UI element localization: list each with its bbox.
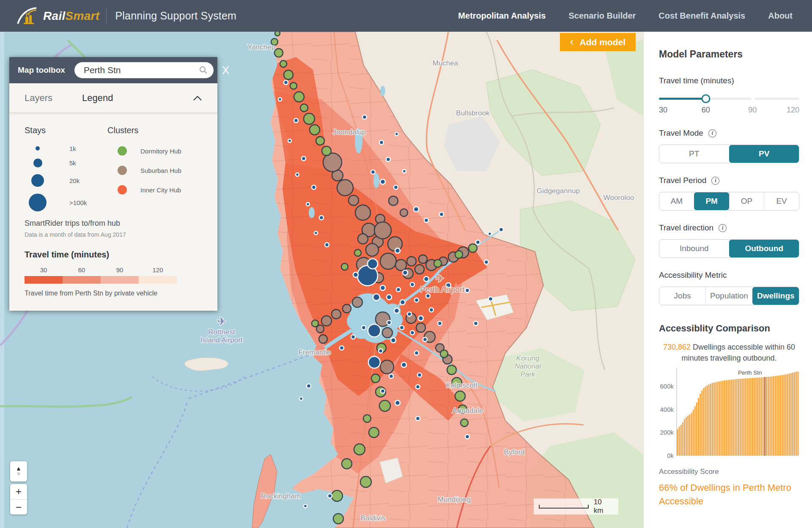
- stay-marker[interactable]: [294, 118, 298, 123]
- stay-marker[interactable]: [418, 316, 423, 321]
- stay-marker[interactable]: [407, 312, 411, 316]
- toggle-option-ev[interactable]: EV: [764, 192, 799, 210]
- stay-marker[interactable]: [484, 260, 488, 264]
- map-canvas[interactable]: YanchepMucheaBullsbrookGidgegannupWoorol…: [0, 32, 643, 528]
- dormitory-hub-marker[interactable]: [310, 125, 320, 135]
- stay-marker[interactable]: [379, 349, 383, 353]
- stay-marker[interactable]: [368, 259, 378, 269]
- stay-marker[interactable]: [379, 140, 384, 145]
- stay-marker[interactable]: [414, 298, 419, 302]
- stay-marker[interactable]: [296, 173, 299, 176]
- suburban-hub-marker[interactable]: [380, 360, 394, 374]
- dormitory-hub-marker[interactable]: [461, 419, 468, 427]
- stay-marker[interactable]: [314, 231, 318, 235]
- toggle-option-dwellings[interactable]: Dwellings: [752, 287, 799, 305]
- slider-thumb[interactable]: [701, 94, 710, 103]
- stay-marker[interactable]: [465, 288, 469, 293]
- stay-marker[interactable]: [395, 132, 398, 136]
- dormitory-hub-marker[interactable]: [363, 415, 371, 422]
- stay-marker[interactable]: [325, 243, 329, 247]
- stay-marker[interactable]: [417, 373, 422, 377]
- nav-item-about[interactable]: About: [768, 11, 793, 21]
- extent-control[interactable]: ▲ ▼: [10, 461, 27, 481]
- suburban-hub-marker[interactable]: [337, 180, 353, 196]
- stay-marker[interactable]: [351, 335, 355, 339]
- dormitory-hub-marker[interactable]: [440, 350, 448, 358]
- stay-marker[interactable]: [304, 504, 307, 508]
- suburban-hub-marker[interactable]: [382, 328, 392, 338]
- stay-marker[interactable]: [488, 297, 493, 301]
- stay-marker[interactable]: [394, 185, 398, 189]
- dormitory-hub-marker[interactable]: [333, 514, 343, 524]
- dormitory-hub-marker[interactable]: [341, 263, 348, 270]
- suburban-hub-marker[interactable]: [366, 243, 379, 256]
- dormitory-hub-marker[interactable]: [354, 249, 361, 256]
- suburban-hub-marker[interactable]: [332, 309, 341, 319]
- stay-marker[interactable]: [416, 385, 420, 389]
- stay-marker[interactable]: [306, 202, 310, 206]
- stay-marker[interactable]: [307, 384, 311, 388]
- info-icon[interactable]: i: [719, 224, 727, 232]
- stay-marker[interactable]: [278, 98, 282, 101]
- dormitory-hub-marker[interactable]: [434, 260, 442, 267]
- toggle-option-pm[interactable]: PM: [694, 192, 729, 210]
- stay-marker[interactable]: [438, 321, 442, 326]
- dormitory-hub-marker[interactable]: [342, 459, 352, 469]
- dormitory-hub-marker[interactable]: [369, 427, 379, 438]
- zoom-out-button[interactable]: −: [10, 499, 27, 514]
- stay-marker[interactable]: [410, 282, 414, 287]
- stay-marker[interactable]: [400, 326, 404, 330]
- dormitory-hub-marker[interactable]: [280, 60, 287, 67]
- stay-marker[interactable]: [302, 156, 306, 161]
- dormitory-hub-marker[interactable]: [284, 70, 293, 79]
- stay-marker[interactable]: [424, 218, 428, 222]
- stay-marker[interactable]: [353, 272, 358, 277]
- stay-marker[interactable]: [368, 324, 381, 337]
- stay-marker[interactable]: [362, 326, 366, 330]
- stay-marker[interactable]: [391, 338, 396, 343]
- dormitory-hub-marker[interactable]: [371, 374, 380, 383]
- stay-marker[interactable]: [465, 435, 469, 439]
- stay-marker[interactable]: [288, 139, 291, 142]
- stay-marker[interactable]: [499, 227, 503, 232]
- stay-marker[interactable]: [284, 80, 288, 85]
- dormitory-hub-marker[interactable]: [274, 49, 283, 57]
- suburban-hub-marker[interactable]: [343, 304, 351, 313]
- dormitory-hub-marker[interactable]: [275, 32, 280, 36]
- stay-marker[interactable]: [474, 321, 478, 326]
- stay-marker[interactable]: [400, 300, 405, 305]
- suburban-hub-marker[interactable]: [355, 205, 370, 220]
- stay-marker[interactable]: [386, 157, 390, 161]
- search-input[interactable]: [83, 65, 199, 76]
- stay-marker[interactable]: [299, 397, 303, 400]
- suburban-hub-marker[interactable]: [419, 255, 427, 263]
- toggle-option-op[interactable]: OP: [729, 192, 764, 210]
- suburban-hub-marker[interactable]: [321, 316, 332, 326]
- toggle-option-inbound[interactable]: Inbound: [659, 240, 729, 257]
- nav-item-scenario-builder[interactable]: Scenario Builder: [568, 11, 636, 21]
- stay-marker[interactable]: [368, 356, 380, 368]
- dormitory-hub-marker[interactable]: [316, 137, 324, 145]
- stay-marker[interactable]: [380, 285, 385, 290]
- info-icon[interactable]: i: [711, 177, 719, 185]
- dormitory-hub-marker[interactable]: [300, 104, 308, 112]
- suburban-hub-marker[interactable]: [395, 260, 406, 271]
- dormitory-hub-marker[interactable]: [354, 444, 365, 455]
- stay-marker[interactable]: [429, 308, 433, 312]
- stay-marker[interactable]: [476, 240, 480, 244]
- dormitory-hub-marker[interactable]: [455, 391, 465, 401]
- stay-marker[interactable]: [394, 308, 399, 313]
- dormitory-hub-marker[interactable]: [294, 92, 304, 102]
- stay-marker[interactable]: [373, 294, 380, 301]
- suburban-hub-marker[interactable]: [416, 323, 425, 332]
- tab-layers[interactable]: Layers: [25, 93, 52, 104]
- stay-marker[interactable]: [424, 276, 429, 282]
- dormitory-hub-marker[interactable]: [312, 320, 318, 327]
- toggle-option-jobs[interactable]: Jobs: [659, 287, 705, 305]
- suburban-hub-marker[interactable]: [400, 209, 408, 216]
- dormitory-hub-marker[interactable]: [455, 251, 463, 258]
- toggle-option-am[interactable]: AM: [659, 192, 694, 210]
- stay-marker[interactable]: [381, 389, 385, 393]
- stay-marker[interactable]: [371, 170, 375, 174]
- stay-marker[interactable]: [387, 295, 392, 300]
